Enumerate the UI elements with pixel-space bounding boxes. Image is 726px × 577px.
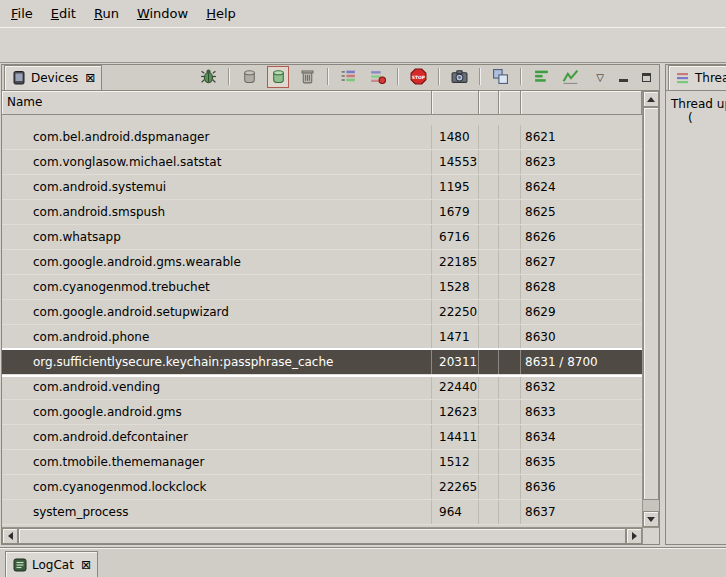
process-name: org.sufficientlysecure.keychain:passphra… bbox=[2, 350, 432, 374]
process-status-cell2 bbox=[499, 175, 521, 199]
threads-tab-icon bbox=[675, 70, 691, 86]
process-pid: 22440 bbox=[432, 375, 479, 399]
process-row[interactable]: system_process 964 8637 bbox=[2, 500, 642, 525]
process-name: com.google.android.setupwizard bbox=[2, 300, 432, 324]
process-table-header: Name bbox=[2, 91, 642, 115]
toolbar-separator bbox=[228, 68, 229, 85]
method-profiling-icon[interactable] bbox=[366, 66, 388, 88]
threads-panel: Threa Thread up ( bbox=[665, 64, 726, 545]
process-status-cell2 bbox=[499, 450, 521, 474]
dump-hprof-icon[interactable] bbox=[267, 66, 289, 88]
column-header-pid[interactable] bbox=[432, 91, 479, 115]
process-status-cell2 bbox=[499, 125, 521, 149]
scroll-up-button[interactable] bbox=[643, 91, 659, 107]
process-row[interactable]: com.vonglasow.michael.satstat 14553 8623 bbox=[2, 150, 642, 175]
view-hierarchy-icon[interactable] bbox=[489, 66, 511, 88]
tab-devices-label: Devices bbox=[31, 71, 78, 85]
process-row[interactable]: org.sufficientlysecure.keychain:passphra… bbox=[2, 350, 642, 375]
process-name: com.google.android.gms.wearable bbox=[2, 250, 432, 274]
process-pid: 1480 bbox=[432, 125, 479, 149]
process-row[interactable]: com.tmobile.thememanager 1512 8635 bbox=[2, 450, 642, 475]
horizontal-scrollbar[interactable] bbox=[2, 527, 642, 544]
view-menu-icon[interactable]: ▽ bbox=[593, 70, 607, 84]
process-status-cell2 bbox=[499, 225, 521, 249]
process-status-cell bbox=[479, 200, 499, 224]
scroll-down-button[interactable] bbox=[643, 511, 659, 527]
maximize-icon[interactable] bbox=[639, 70, 653, 84]
process-port: 8629 bbox=[521, 300, 642, 324]
main-toolbar bbox=[0, 27, 726, 63]
threads-message-line2: ( bbox=[671, 111, 726, 125]
logcat-tab-icon bbox=[12, 557, 28, 573]
process-status-cell2 bbox=[499, 400, 521, 424]
scroll-left-button[interactable] bbox=[2, 528, 18, 544]
scroll-right-button[interactable] bbox=[626, 528, 642, 544]
process-port: 8635 bbox=[521, 450, 642, 474]
minimize-icon[interactable] bbox=[616, 70, 630, 84]
process-row[interactable]: com.cyanogenmod.trebuchet 1528 8628 bbox=[2, 275, 642, 300]
process-port: 8623 bbox=[521, 150, 642, 174]
process-status-cell2 bbox=[499, 500, 521, 524]
process-status-cell2 bbox=[499, 250, 521, 274]
process-row[interactable]: com.android.phone 1471 8630 bbox=[2, 325, 642, 350]
opengl-trace-icon[interactable] bbox=[559, 66, 581, 88]
update-threads-icon[interactable] bbox=[337, 66, 359, 88]
toolbar-separator bbox=[327, 68, 328, 85]
process-row[interactable]: com.android.defcontainer 14411 8634 bbox=[2, 425, 642, 450]
tab-threads[interactable]: Threa bbox=[668, 65, 726, 90]
systrace-icon[interactable] bbox=[530, 66, 552, 88]
horizontal-scrollbar-thumb[interactable] bbox=[18, 528, 626, 544]
process-port: 8637 bbox=[521, 500, 642, 524]
debug-process-icon[interactable] bbox=[197, 66, 219, 88]
process-pid: 1528 bbox=[432, 275, 479, 299]
scrollbar-corner bbox=[642, 527, 659, 544]
process-port: 8626 bbox=[521, 225, 642, 249]
process-row[interactable]: com.bel.android.dspmanager 1480 8621 bbox=[2, 125, 642, 150]
update-heap-icon[interactable] bbox=[238, 66, 260, 88]
stop-process-icon[interactable]: STOP bbox=[407, 66, 429, 88]
process-name: com.cyanogenmod.trebuchet bbox=[2, 275, 432, 299]
process-status-cell bbox=[479, 150, 499, 174]
process-row[interactable]: com.whatsapp 6716 8626 bbox=[2, 225, 642, 250]
menu-run[interactable]: Run bbox=[85, 1, 128, 26]
process-status-cell bbox=[479, 450, 499, 474]
threads-message-line1: Thread up bbox=[671, 97, 726, 111]
tab-devices-close-icon[interactable]: ⊠ bbox=[85, 72, 95, 84]
process-status-cell bbox=[479, 275, 499, 299]
process-port: 8627 bbox=[521, 250, 642, 274]
process-name: system_process bbox=[2, 500, 432, 524]
menu-help[interactable]: Help bbox=[197, 1, 245, 26]
process-row[interactable]: com.android.systemui 1195 8624 bbox=[2, 175, 642, 200]
vertical-scrollbar[interactable] bbox=[642, 91, 659, 527]
process-row[interactable]: com.android.vending 22440 8632 bbox=[2, 375, 642, 400]
process-status-cell bbox=[479, 375, 499, 399]
tab-logcat[interactable]: LogCat ⊠ bbox=[5, 551, 98, 577]
threads-tabrow: Threa bbox=[666, 65, 726, 91]
process-pid: 20311 bbox=[432, 350, 479, 374]
process-row[interactable]: com.google.android.gms.wearable 22185 86… bbox=[2, 250, 642, 275]
process-status-cell2 bbox=[499, 425, 521, 449]
column-header-port[interactable] bbox=[521, 91, 642, 115]
process-name: com.android.vending bbox=[2, 375, 432, 399]
cause-gc-icon[interactable] bbox=[296, 66, 318, 88]
process-row[interactable]: com.android.smspush 1679 8625 bbox=[2, 200, 642, 225]
tab-devices[interactable]: Devices ⊠ bbox=[4, 65, 102, 90]
svg-text:STOP: STOP bbox=[411, 75, 425, 80]
process-port: 8625 bbox=[521, 200, 642, 224]
screen-capture-icon[interactable] bbox=[448, 66, 470, 88]
tab-logcat-close-icon[interactable]: ⊠ bbox=[81, 559, 91, 571]
menu-file[interactable]: File bbox=[2, 1, 42, 26]
menu-edit[interactable]: Edit bbox=[42, 1, 85, 26]
process-name: com.android.systemui bbox=[2, 175, 432, 199]
column-header-status[interactable] bbox=[479, 91, 499, 115]
process-row[interactable]: com.google.android.gms 12623 8633 bbox=[2, 400, 642, 425]
vertical-scrollbar-thumb[interactable] bbox=[643, 107, 659, 500]
process-row[interactable]: com.cyanogenmod.lockclock 22265 8636 bbox=[2, 475, 642, 500]
process-status-cell2 bbox=[499, 375, 521, 399]
process-status-cell2 bbox=[499, 350, 521, 374]
column-header-name[interactable]: Name bbox=[2, 91, 432, 115]
menu-window[interactable]: Window bbox=[128, 1, 197, 26]
process-port: 8628 bbox=[521, 275, 642, 299]
column-header-status2[interactable] bbox=[499, 91, 521, 115]
process-row[interactable]: com.google.android.setupwizard 22250 862… bbox=[2, 300, 642, 325]
